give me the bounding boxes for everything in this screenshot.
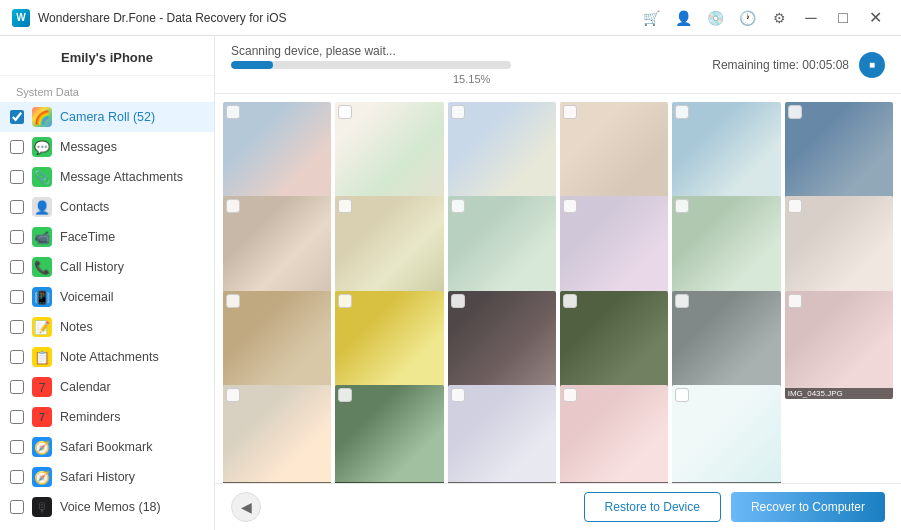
- messages-label: Messages: [60, 140, 117, 154]
- voice-memos-label: Voice Memos (18): [60, 500, 161, 514]
- notes-checkbox[interactable]: [10, 320, 24, 334]
- photo-cell-p3[interactable]: IMG_0414.JPG: [448, 102, 556, 210]
- safari-bookmark-checkbox[interactable]: [10, 440, 24, 454]
- photo-label: IMG_0439.JPG: [560, 482, 668, 483]
- facetime-label: FaceTime: [60, 230, 115, 244]
- photo-checkbox[interactable]: [338, 388, 352, 402]
- photo-checkbox[interactable]: [675, 199, 689, 213]
- photo-checkbox[interactable]: [451, 105, 465, 119]
- maximize-button[interactable]: □: [829, 4, 857, 32]
- user-icon[interactable]: 👤: [669, 4, 697, 32]
- photo-checkbox[interactable]: [338, 199, 352, 213]
- photo-cell-p9[interactable]: IMG_0422.JPG: [448, 196, 556, 304]
- restore-to-device-button[interactable]: Restore to Device: [584, 492, 721, 522]
- messages-checkbox[interactable]: [10, 140, 24, 154]
- safari-history-label: Safari History: [60, 470, 135, 484]
- photo-cell-p18[interactable]: IMG_0435.JPG: [785, 291, 893, 399]
- photo-cell-p13[interactable]: IMG_0426.JPG: [223, 291, 331, 399]
- photo-cell-p20[interactable]: IMG_0437.JPG: [335, 385, 443, 483]
- sidebar-item-voicemail[interactable]: 📳 Voicemail: [0, 282, 214, 312]
- photo-cell-p15[interactable]: IMG_0428.JPG: [448, 291, 556, 399]
- photo-checkbox[interactable]: [338, 105, 352, 119]
- contacts-checkbox[interactable]: [10, 200, 24, 214]
- photo-checkbox[interactable]: [226, 388, 240, 402]
- photo-checkbox[interactable]: [451, 388, 465, 402]
- sidebar-item-notes[interactable]: 📝 Notes: [0, 312, 214, 342]
- sidebar-item-safari-bookmark[interactable]: 🧭 Safari Bookmark: [0, 432, 214, 462]
- messages-icon: 💬: [32, 137, 52, 157]
- close-button[interactable]: ✕: [861, 4, 889, 32]
- sidebar-item-safari-history[interactable]: 🧭 Safari History: [0, 462, 214, 492]
- stop-icon: ■: [869, 59, 875, 70]
- calendar-checkbox[interactable]: [10, 380, 24, 394]
- photo-checkbox[interactable]: [451, 199, 465, 213]
- photo-checkbox[interactable]: [675, 388, 689, 402]
- photo-checkbox[interactable]: [788, 199, 802, 213]
- photo-checkbox[interactable]: [788, 294, 802, 308]
- photo-cell-p10[interactable]: IMG_0423.JPG: [560, 196, 668, 304]
- sidebar-item-voice-memos[interactable]: 🎙 Voice Memos (18): [0, 492, 214, 522]
- photo-checkbox[interactable]: [338, 294, 352, 308]
- sidebar-item-messages[interactable]: 💬 Messages: [0, 132, 214, 162]
- system-data-label: System Data: [0, 76, 214, 102]
- note-attachments-label: Note Attachments: [60, 350, 159, 364]
- photo-cell-p8[interactable]: IMG_0421.JPG: [335, 196, 443, 304]
- clock-icon[interactable]: 🕐: [733, 4, 761, 32]
- photo-cell-p16[interactable]: IMG_0429.JPG: [560, 291, 668, 399]
- sidebar-item-facetime[interactable]: 📹 FaceTime: [0, 222, 214, 252]
- camera-roll-checkbox[interactable]: [10, 110, 24, 124]
- cart-icon[interactable]: 🛒: [637, 4, 665, 32]
- photo-checkbox[interactable]: [563, 105, 577, 119]
- minimize-button[interactable]: ─: [797, 4, 825, 32]
- voicemail-checkbox[interactable]: [10, 290, 24, 304]
- photo-cell-p4[interactable]: IMG_0415.JPG: [560, 102, 668, 210]
- safari-bookmark-icon: 🧭: [32, 437, 52, 457]
- photo-checkbox[interactable]: [451, 294, 465, 308]
- photo-cell-p5[interactable]: IMG_0416.JPG: [672, 102, 780, 210]
- photo-cell-p6[interactable]: IMG_0417.JPG: [785, 102, 893, 210]
- photo-cell-p21[interactable]: IMG_0438.JPG: [448, 385, 556, 483]
- safari-history-checkbox[interactable]: [10, 470, 24, 484]
- photo-label: IMG_0436.JPG: [223, 482, 331, 483]
- photo-cell-p19[interactable]: IMG_0436.JPG: [223, 385, 331, 483]
- sidebar-item-contacts[interactable]: 👤 Contacts: [0, 192, 214, 222]
- sidebar-item-camera-roll[interactable]: 🌈 Camera Roll (52): [0, 102, 214, 132]
- facetime-checkbox[interactable]: [10, 230, 24, 244]
- photo-checkbox[interactable]: [563, 294, 577, 308]
- bottom-bar: ◀ Restore to Device Recover to Computer: [215, 483, 901, 530]
- sidebar-item-call-history[interactable]: 📞 Call History: [0, 252, 214, 282]
- stop-button[interactable]: ■: [859, 52, 885, 78]
- voice-memos-checkbox[interactable]: [10, 500, 24, 514]
- photo-checkbox[interactable]: [563, 388, 577, 402]
- photo-cell-p17[interactable]: IMG_0430.JPG: [672, 291, 780, 399]
- sidebar-item-message-attachments[interactable]: 📎 Message Attachments: [0, 162, 214, 192]
- media-icon[interactable]: 💿: [701, 4, 729, 32]
- message-attachments-checkbox[interactable]: [10, 170, 24, 184]
- photo-cell-p11[interactable]: IMG_0424.JPG: [672, 196, 780, 304]
- device-name: Emily's iPhone: [0, 36, 214, 76]
- sidebar-item-calendar[interactable]: 7 Calendar: [0, 372, 214, 402]
- photo-checkbox[interactable]: [226, 294, 240, 308]
- photo-cell-p23[interactable]: IMG_0440.JPG: [672, 385, 780, 483]
- photo-cell-p7[interactable]: IMG_0418.JPG: [223, 196, 331, 304]
- photo-checkbox[interactable]: [675, 294, 689, 308]
- photo-checkbox[interactable]: [226, 105, 240, 119]
- call-history-checkbox[interactable]: [10, 260, 24, 274]
- progress-bar: [231, 61, 511, 69]
- photo-checkbox[interactable]: [788, 105, 802, 119]
- settings-icon[interactable]: ⚙: [765, 4, 793, 32]
- note-attachments-checkbox[interactable]: [10, 350, 24, 364]
- photo-cell-p14[interactable]: IMG_0427.JPG: [335, 291, 443, 399]
- sidebar-item-note-attachments[interactable]: 📋 Note Attachments: [0, 342, 214, 372]
- photo-checkbox[interactable]: [675, 105, 689, 119]
- sidebar-item-reminders[interactable]: 7 Reminders: [0, 402, 214, 432]
- recover-to-computer-button[interactable]: Recover to Computer: [731, 492, 885, 522]
- reminders-checkbox[interactable]: [10, 410, 24, 424]
- photo-checkbox[interactable]: [563, 199, 577, 213]
- photo-cell-p12[interactable]: IMG_0425.JPG: [785, 196, 893, 304]
- photo-checkbox[interactable]: [226, 199, 240, 213]
- photo-cell-p22[interactable]: IMG_0439.JPG: [560, 385, 668, 483]
- photo-cell-p2[interactable]: IMG_0418.JPG: [335, 102, 443, 210]
- back-button[interactable]: ◀: [231, 492, 261, 522]
- photo-cell-p1[interactable]: IMG_0413.JPG: [223, 102, 331, 210]
